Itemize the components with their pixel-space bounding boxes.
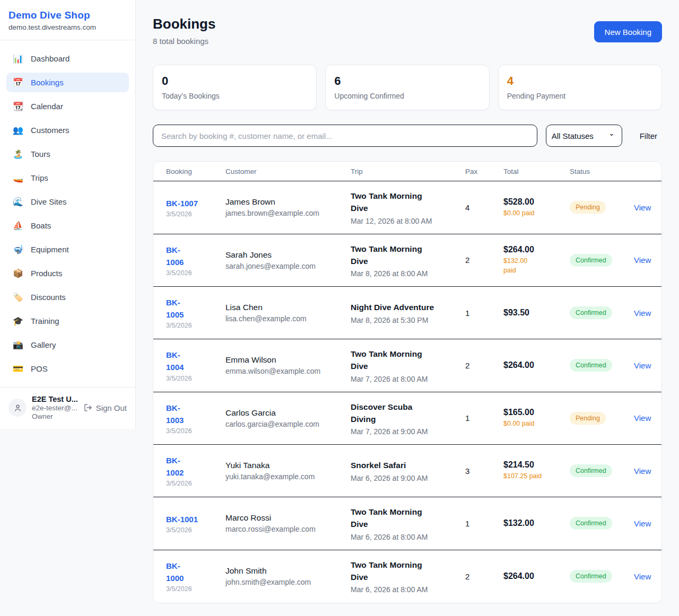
sidebar-item-bookings[interactable]: 📅Bookings [6, 73, 129, 92]
sidebar-item-discounts[interactable]: 🏷️Discounts [6, 287, 129, 307]
stat-pending-payment: 4 Pending Payment [498, 65, 662, 110]
view-link[interactable]: View [634, 519, 651, 528]
status-cell: Confirmed [570, 254, 634, 267]
pax-count: 3 [465, 467, 503, 476]
sidebar-item-calendar[interactable]: 📆Calendar [6, 96, 129, 116]
page-header: Bookings 8 total bookings New Booking [153, 16, 662, 46]
sidebar-item-gallery[interactable]: 📸Gallery [6, 335, 129, 355]
trip-cell: Discover Scuba DivingMar 7, 2026 at 9:00… [351, 401, 465, 436]
sign-out-button[interactable]: Sign Out [84, 403, 127, 412]
customer-name: Emma Wilson [225, 355, 351, 365]
paid-amount: $0.00 paid [503, 208, 570, 218]
customer-cell: Lisa Chenlisa.chen@example.com [225, 303, 351, 323]
sidebar-item-label: Gallery [31, 340, 56, 349]
booking-date: 3/5/2026 [166, 322, 225, 329]
view-link[interactable]: View [634, 203, 651, 212]
trip-datetime: Mar 8, 2026 at 5:30 PM [351, 316, 465, 324]
sidebar-item-tours[interactable]: 🏝️Tours [6, 144, 129, 164]
new-booking-button[interactable]: New Booking [594, 21, 662, 42]
booking-date: 3/5/2026 [166, 480, 225, 487]
booking-row: BK- 10033/5/2026Carlos Garciacarlos.garc… [153, 392, 661, 445]
booking-id-link[interactable]: BK- 1004 [166, 349, 225, 374]
customer-cell: Sarah Jonessarah.jones@example.com [225, 250, 351, 270]
stat-upcoming-confirmed: 6 Upcoming Confirmed [325, 65, 489, 110]
wave-icon: 🌊 [13, 197, 23, 207]
view-link[interactable]: View [634, 309, 651, 318]
booking-id-link[interactable]: BK- 1006 [166, 244, 225, 269]
customer-email: john.smith@example.com [225, 578, 351, 586]
sidebar-item-dive-sites[interactable]: 🌊Dive Sites [6, 192, 129, 212]
trip-datetime: Mar 8, 2026 at 8:00 AM [351, 269, 465, 278]
status-cell: Confirmed [570, 464, 634, 477]
customer-cell: James Brownjames.brown@example.com [225, 197, 351, 217]
view-link[interactable]: View [634, 361, 651, 370]
view-link[interactable]: View [634, 467, 651, 476]
booking-date: 3/5/2026 [166, 210, 225, 218]
pax-count: 1 [465, 519, 503, 528]
status-cell: Confirmed [570, 570, 634, 583]
booking-id-link[interactable]: BK- 1000 [166, 560, 225, 585]
speedboat-icon: 🚤 [13, 173, 23, 183]
view-link[interactable]: View [634, 256, 651, 265]
total-cell: $165.00$0.00 paid [503, 408, 570, 428]
customer-email: emma.wilson@example.com [225, 367, 351, 375]
sidebar-item-label: Training [31, 316, 59, 325]
sidebar-item-trips[interactable]: 🚤Trips [6, 168, 129, 188]
pax-count: 4 [465, 203, 503, 212]
sidebar-item-training[interactable]: 🎓Training [6, 311, 129, 331]
sign-out-label: Sign Out [96, 403, 127, 412]
booking-date: 3/5/2026 [166, 526, 225, 534]
view-link[interactable]: View [634, 572, 651, 581]
page-title: Bookings [153, 16, 215, 32]
booking-id-link[interactable]: BK-1001 [166, 513, 225, 525]
customer-name: Sarah Jones [225, 250, 351, 260]
main-content: Bookings 8 total bookings New Booking 0 … [136, 0, 679, 616]
user-email: e2e-tester@... [32, 404, 79, 412]
sidebar-item-customers[interactable]: 👥Customers [6, 120, 129, 140]
booking-id-link[interactable]: BK- 1005 [166, 296, 225, 321]
booking-id-link[interactable]: BK- 1003 [166, 402, 225, 427]
trip-cell: Two Tank Morning DiveMar 12, 2026 at 8:0… [351, 190, 465, 225]
status-cell: Pending [570, 412, 634, 425]
view-link[interactable]: View [634, 413, 651, 423]
total-amount: $132.00 [503, 518, 570, 528]
person-icon [13, 403, 22, 412]
col-trip: Trip [351, 168, 465, 175]
bar-chart-icon: 📊 [13, 54, 23, 64]
col-actions [634, 168, 649, 175]
logout-icon [84, 403, 92, 412]
status-filter-select[interactable]: All Statuses [546, 125, 622, 147]
sidebar-item-label: Trips [31, 173, 48, 182]
trip-name: Two Tank Morning Dive [351, 243, 465, 268]
graduation-cap-icon: 🎓 [13, 316, 23, 326]
booking-date: 3/5/2026 [166, 375, 225, 382]
pax-count: 2 [465, 361, 503, 370]
total-amount: $264.00 [503, 245, 570, 254]
booking-date: 3/5/2026 [166, 585, 225, 593]
trip-name: Night Dive Adventure [351, 301, 465, 313]
calendar-icon: 📅 [13, 77, 23, 87]
sidebar-item-equipment[interactable]: 🤿Equipment [6, 240, 129, 259]
col-booking: Booking [166, 168, 225, 175]
booking-id-link[interactable]: BK-1007 [166, 197, 225, 209]
booking-id-link[interactable]: BK- 1002 [166, 454, 225, 479]
sidebar-item-products[interactable]: 📦Products [6, 263, 129, 283]
credit-card-icon: 💳 [13, 364, 23, 374]
filter-button[interactable]: Filter [640, 131, 657, 140]
tag-icon: 🏷️ [13, 292, 23, 302]
pax-count: 1 [465, 413, 503, 423]
sidebar-item-label: Bookings [31, 78, 64, 87]
search-input[interactable] [153, 125, 537, 147]
sidebar-item-dashboard[interactable]: 📊Dashboard [6, 49, 129, 68]
customer-name: Lisa Chen [225, 303, 351, 312]
sidebar-item-boats[interactable]: ⛵Boats [6, 216, 129, 235]
booking-row: BK-10073/5/2026James Brownjames.brown@ex… [153, 181, 661, 234]
sidebar-item-pos[interactable]: 💳POS [6, 359, 129, 379]
customer-email: lisa.chen@example.com [225, 314, 351, 323]
trip-name: Two Tank Morning Dive [351, 348, 465, 373]
status-badge: Confirmed [570, 570, 612, 583]
booking-cell: BK-10073/5/2026 [166, 197, 225, 218]
paid-amount: $0.00 paid [503, 419, 570, 428]
booking-cell: BK- 10033/5/2026 [166, 402, 225, 435]
island-icon: 🏝️ [13, 149, 23, 159]
